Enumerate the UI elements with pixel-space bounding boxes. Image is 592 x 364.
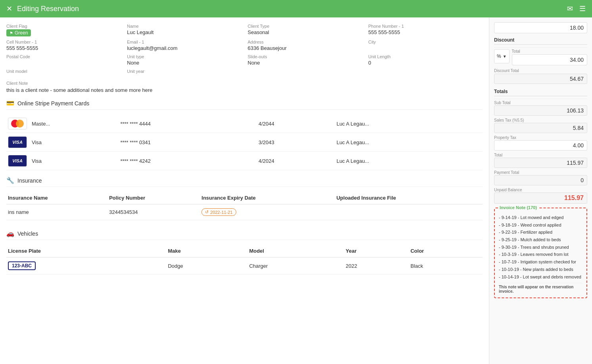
discount-row: % ▼ Total 34.00 xyxy=(494,49,587,65)
address-cell: Address 6336 Beausejour xyxy=(248,40,362,51)
client-name-value: Luc Legault xyxy=(127,29,241,35)
discount-type-select[interactable]: % ▼ xyxy=(494,49,510,63)
address-value: 6336 Beausejour xyxy=(248,45,362,51)
unit-type-cell: Unit type None xyxy=(127,54,241,66)
vehicles-icon: 🚗 xyxy=(6,230,14,237)
unit-year-label: Unit year xyxy=(127,69,241,74)
insurance-header: 🔧 Insurance xyxy=(6,177,483,187)
vehicle-make: Dodge xyxy=(166,257,247,274)
card-logo-cell: VISA xyxy=(6,133,30,152)
unpaid-balance-label: Unpaid Balance xyxy=(494,188,587,192)
insurance-table: Insurance NamePolicy NumberInsurance Exp… xyxy=(6,192,483,220)
vehicles-column-header: Color xyxy=(409,245,483,257)
address-label: Address xyxy=(248,40,362,44)
discount-amount-label: Discount Total xyxy=(494,69,587,73)
subtotal-row: Sub Total 106.13 xyxy=(494,101,587,116)
insurance-expiry[interactable]: ↺ 2022-11-21 xyxy=(200,204,335,220)
card-field: Visa xyxy=(30,133,119,152)
phone-label: Phone Number - 1 xyxy=(368,24,483,29)
slideouts-cell: Slide-outs None xyxy=(248,54,362,66)
unpaid-balance-row: Unpaid Balance 115.97 xyxy=(494,188,587,204)
payment-total-row: Payment Total 0 xyxy=(494,170,587,185)
table-row[interactable]: Maste...**** **** 44444/2044Luc A Legau.… xyxy=(6,114,483,133)
card-field: **** **** 4242 xyxy=(119,152,257,170)
discount-section-title: Discount xyxy=(494,37,587,45)
close-button[interactable]: ✕ xyxy=(6,4,12,13)
city-label: City xyxy=(368,40,483,44)
discount-total-box[interactable]: 34.00 xyxy=(512,54,587,65)
discount-total-value: 34.00 xyxy=(570,57,584,63)
client-note-value: this is a client note - some additional … xyxy=(6,87,483,93)
city-cell: City xyxy=(368,40,483,51)
card-field: Luc A Legau... xyxy=(335,114,483,133)
vehicles-header: 🚗 Vehicles xyxy=(6,230,483,240)
vehicles-column-header: Make xyxy=(166,245,247,257)
expiry-badge[interactable]: ↺ 2022-11-21 xyxy=(201,208,236,216)
content-area: Client Flag ⚑ Green Name Luc Legault Cli… xyxy=(0,17,489,364)
insurance-column-header: Insurance Name xyxy=(6,192,107,204)
client-note-section: Client Note this is a client note - some… xyxy=(6,81,483,93)
insurance-policy: 3244534534 xyxy=(107,204,200,220)
property-tax-value[interactable]: 4.00 xyxy=(494,140,587,151)
invoice-note-title: Invoice Note (170) xyxy=(498,205,538,210)
invoice-note-content[interactable]: - 9-14-19 - Lot mowed and edged- 9-18-19… xyxy=(499,214,582,280)
payment-cards-header: 💳 Online Stripe Payment Cards xyxy=(6,99,483,110)
invoice-note-line: - 9-18-19 - Weed control applied xyxy=(499,221,582,229)
table-row[interactable]: VISAVisa**** **** 03413/2043Luc A Legau.… xyxy=(6,133,483,152)
payment-total-label: Payment Total xyxy=(494,170,587,175)
cell-label: Cell Number - 1 xyxy=(6,40,121,44)
insurance-title: Insurance xyxy=(17,177,42,184)
sales-tax-row: Sales Tax (%5.5) 5.84 xyxy=(494,118,587,133)
credit-card-icon: 💳 xyxy=(6,99,14,107)
insurance-column-header: Insurance Expiry Date xyxy=(200,192,335,204)
client-note-label: Client Note xyxy=(6,81,483,86)
cell-value: 555 555-5555 xyxy=(6,45,121,51)
invoice-note-line: - 10-14-19 - Lot swept and debris remove… xyxy=(499,273,582,281)
unit-model-cell: Unit model xyxy=(6,69,121,74)
total-value: 115.97 xyxy=(494,158,587,168)
vehicle-model: Charger xyxy=(247,257,344,274)
sales-tax-label: Sales Tax (%5.5) xyxy=(494,118,587,122)
table-row[interactable]: VISAVisa**** **** 42424/2024Luc A Legau.… xyxy=(6,152,483,170)
list-icon[interactable]: ☰ xyxy=(579,4,586,13)
payment-cards-title: Online Stripe Payment Cards xyxy=(17,100,89,107)
vehicle-year: 2022 xyxy=(344,257,409,274)
invoice-note-line: - 10-3-19 - Leaves removed from lot xyxy=(499,251,582,258)
discount-amount-value: 54.67 xyxy=(570,76,584,82)
chevron-down-icon: ▼ xyxy=(503,54,507,59)
invoice-note-line: - 9-22-19 - Fertilizer applied xyxy=(499,229,582,236)
subtotal-value: 106.13 xyxy=(494,105,587,116)
insurance-file xyxy=(335,204,483,220)
email-icon[interactable]: ✉ xyxy=(567,4,573,13)
invoice-note-line: - 9-25-19 - Mulch added to beds xyxy=(499,236,582,244)
postal-label: Postal Code xyxy=(6,54,121,59)
unit-length-label: Unit Length xyxy=(368,54,483,59)
vehicle-plate: 123-ABC xyxy=(6,257,166,274)
invoice-note-box: Invoice Note (170) - 9-14-19 - Lot mowed… xyxy=(494,208,587,298)
card-field: Maste... xyxy=(30,114,119,133)
card-field: 3/2043 xyxy=(257,133,335,152)
invoice-note-footer: This note will appear on the reservation… xyxy=(499,283,582,293)
flag-icon: ⚑ xyxy=(10,31,13,35)
property-tax-row: Property Tax 4.00 xyxy=(494,135,587,151)
top-value: 18.00 xyxy=(570,25,584,31)
vehicles-title: Vehicles xyxy=(17,231,38,237)
slideouts-label: Slide-outs xyxy=(248,54,362,59)
insurance-name: ins name xyxy=(6,204,107,220)
top-value-box[interactable]: 18.00 xyxy=(494,22,587,33)
invoice-note-line: - 10-10-19 - New plants added to beds xyxy=(499,266,582,273)
card-field: Luc A Legau... xyxy=(335,152,483,170)
unpaid-balance-value: 115.97 xyxy=(494,192,587,204)
client-type-cell: Client Type Seasonal xyxy=(248,24,362,36)
payment-total-value: 0 xyxy=(494,175,587,185)
phone-cell: Phone Number - 1 555 555-5555 xyxy=(368,24,483,36)
totals-section-title: Totals xyxy=(494,89,587,96)
discount-type-value: % xyxy=(497,53,501,59)
vehicles-column-header: Model xyxy=(247,245,344,257)
flag-badge: ⚑ Green xyxy=(6,29,31,36)
card-logo-cell: VISA xyxy=(6,152,30,170)
card-field: Visa xyxy=(30,152,119,170)
phone-value: 555 555-5555 xyxy=(368,29,483,35)
insurance-column-header: Uploaded Insurance File xyxy=(335,192,483,204)
card-field: **** **** 4444 xyxy=(119,114,257,133)
